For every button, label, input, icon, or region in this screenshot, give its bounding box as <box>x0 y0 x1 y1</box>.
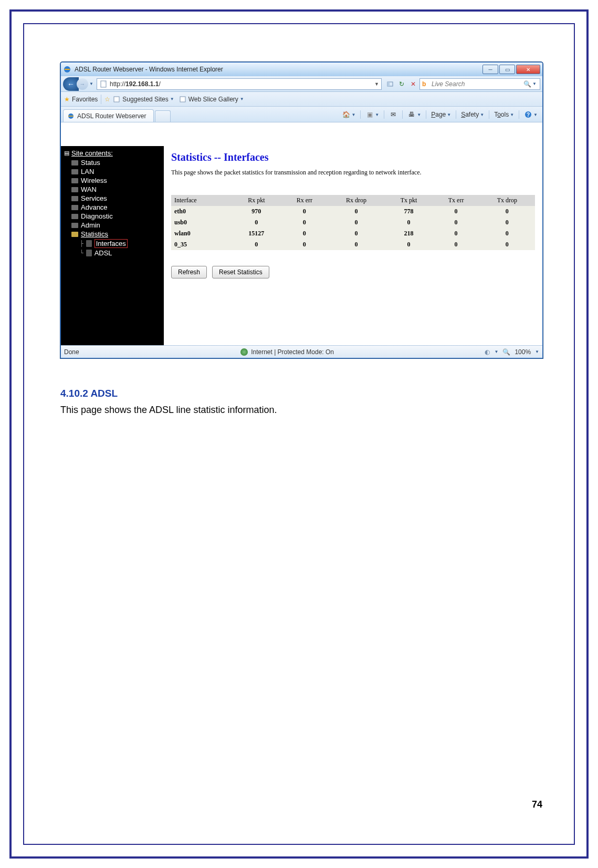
home-icon: 🏠 <box>342 110 350 119</box>
section-text: This page shows the ADSL line statistic … <box>60 405 541 416</box>
col-rxdrop: Rx drop <box>328 195 385 206</box>
search-input[interactable] <box>432 80 523 88</box>
reset-statistics-button[interactable]: Reset Statistics <box>212 266 269 278</box>
sidebar-item-wireless[interactable]: Wireless <box>61 176 164 185</box>
svg-rect-3 <box>387 82 390 86</box>
tab-bar: ADSL Router Webserver 🏠▼ ▣▼ ✉ 🖶▼ Page▼ S… <box>61 107 542 122</box>
feeds-button[interactable]: ▣▼ <box>364 109 381 120</box>
status-zone: Internet | Protected Mode: On <box>251 348 334 356</box>
svg-rect-5 <box>180 97 185 102</box>
sidebar-item-diagnostic[interactable]: Diagnostic <box>61 212 164 221</box>
zoom-level[interactable]: 100% <box>515 348 531 356</box>
stats-heading: Statistics -- Interfaces <box>171 151 535 163</box>
folder-icon <box>71 214 78 219</box>
tools-menu[interactable]: Tools▼ <box>492 110 516 119</box>
statistics-table: Interface Rx pkt Rx err Rx drop Tx pkt T… <box>171 195 535 250</box>
url-dropdown-icon[interactable]: ▼ <box>374 81 379 87</box>
zoom-icon[interactable]: 🔍 <box>502 348 510 356</box>
navigation-bar: ← → ▼ http://192.168.1.1/ ▼ ↻ ✕ b <box>61 76 542 92</box>
page-content: ▤ Site contents: Status LAN Wireless WAN… <box>61 146 542 345</box>
folder-icon <box>71 205 78 210</box>
nav-history-dropdown[interactable]: ▼ <box>88 81 95 86</box>
ie-icon <box>67 112 75 120</box>
protected-mode-icon[interactable]: ◐ <box>485 348 490 356</box>
folder-open-icon <box>71 232 78 237</box>
tree-root-icon: ▤ <box>64 150 69 157</box>
web-slice-link[interactable]: Web Slice Gallery ▼ <box>179 95 244 104</box>
folder-icon <box>71 160 78 166</box>
sidebar-item-adsl[interactable]: └ADSL <box>61 249 164 257</box>
add-fav-icon[interactable]: ☆ <box>104 96 110 103</box>
table-header-row: Interface Rx pkt Rx err Rx drop Tx pkt T… <box>171 195 535 206</box>
status-text: Done <box>64 348 90 356</box>
col-interface: Interface <box>171 195 232 206</box>
sidebar-item-status[interactable]: Status <box>61 158 164 167</box>
page-padding <box>61 122 542 146</box>
sidebar-item-statistics[interactable]: Statistics <box>61 230 164 239</box>
window-minimize-button[interactable]: ─ <box>482 65 498 74</box>
chevron-down-icon: ▼ <box>240 97 244 101</box>
table-row: 0_35000000 <box>171 239 535 250</box>
sidebar-title: ▤ Site contents: <box>61 148 164 158</box>
folder-icon <box>71 169 78 174</box>
command-bar: 🏠▼ ▣▼ ✉ 🖶▼ Page▼ Safety▼ Tools▼ ?▼ <box>340 109 539 122</box>
chevron-down-icon: ▼ <box>170 97 174 101</box>
page-menu[interactable]: Page▼ <box>429 110 453 119</box>
chevron-down-icon[interactable]: ▼ <box>535 349 539 354</box>
stop-icon[interactable]: ✕ <box>409 80 417 88</box>
search-provider-dropdown[interactable]: ▼ <box>531 81 538 86</box>
sidebar-item-wan[interactable]: WAN <box>61 185 164 194</box>
folder-icon <box>71 196 78 201</box>
status-bar: Done Internet | Protected Mode: On ◐ ▼ 🔍… <box>61 345 542 358</box>
favorites-label[interactable]: Favorites <box>72 96 98 103</box>
window-close-button[interactable]: ✕ <box>516 65 540 74</box>
table-row: eth09700077800 <box>171 206 535 217</box>
read-mail-button[interactable]: ✉ <box>387 109 399 120</box>
section-heading: 4.10.2 ADSL <box>60 388 541 399</box>
home-button[interactable]: 🏠▼ <box>340 109 357 120</box>
folder-icon <box>71 187 78 192</box>
new-tab-button[interactable] <box>155 110 171 122</box>
sidebar: ▤ Site contents: Status LAN Wireless WAN… <box>61 146 164 345</box>
favorites-bar: ★ Favorites ☆ Suggested Sites ▼ Web Slic… <box>61 92 542 107</box>
document-content: ADSL Router Webserver - Windows Internet… <box>60 62 541 416</box>
sidebar-item-interfaces[interactable]: ├Interfaces <box>61 239 164 249</box>
page-icon <box>112 95 121 104</box>
search-icon[interactable]: 🔍 <box>523 80 531 88</box>
col-txdrop: Tx drop <box>479 195 535 206</box>
refresh-icon[interactable]: ↻ <box>397 80 406 88</box>
safety-menu[interactable]: Safety▼ <box>459 110 486 119</box>
sidebar-item-admin[interactable]: Admin <box>61 221 164 230</box>
print-icon: 🖶 <box>407 110 416 119</box>
page-icon <box>99 80 108 88</box>
page-number: 74 <box>532 799 542 810</box>
tab-active[interactable]: ADSL Router Webserver <box>63 109 154 122</box>
chevron-down-icon[interactable]: ▼ <box>494 349 498 354</box>
address-bar[interactable]: http://192.168.1.1/ ▼ <box>97 78 382 90</box>
document-icon <box>86 240 92 247</box>
table-row: wlan0151270021800 <box>171 228 535 239</box>
col-txpkt: Tx pkt <box>384 195 433 206</box>
sidebar-item-services[interactable]: Services <box>61 194 164 203</box>
svg-rect-4 <box>114 97 119 102</box>
svg-text:?: ? <box>527 112 530 118</box>
mail-icon: ✉ <box>389 110 397 119</box>
globe-icon <box>240 348 248 356</box>
sidebar-item-advance[interactable]: Advance <box>61 203 164 212</box>
print-button[interactable]: 🖶▼ <box>406 109 423 120</box>
tab-title: ADSL Router Webserver <box>77 112 146 120</box>
compat-view-icon[interactable] <box>386 80 394 88</box>
sidebar-item-lan[interactable]: LAN <box>61 167 164 176</box>
suggested-sites-link[interactable]: Suggested Sites ▼ <box>112 95 174 104</box>
search-box[interactable]: b 🔍 ▼ <box>419 78 540 90</box>
refresh-button[interactable]: Refresh <box>171 266 207 278</box>
document-icon <box>86 250 92 256</box>
window-title: ADSL Router Webserver - Windows Internet… <box>75 66 482 73</box>
window-maximize-button[interactable]: ▭ <box>499 65 515 74</box>
forward-button[interactable]: → <box>77 78 88 90</box>
folder-icon <box>71 223 78 228</box>
favorites-star-icon[interactable]: ★ <box>64 96 70 103</box>
help-button[interactable]: ?▼ <box>522 109 539 120</box>
window-titlebar: ADSL Router Webserver - Windows Internet… <box>61 63 542 76</box>
main-panel: Statistics -- Interfaces This page shows… <box>164 146 542 345</box>
